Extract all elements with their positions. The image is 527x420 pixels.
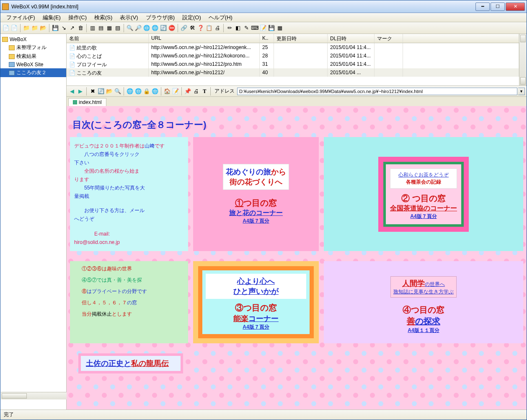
tb-layout2-icon[interactable]: ▤ xyxy=(97,24,105,32)
menu-action[interactable]: 操作(C) xyxy=(65,13,90,22)
grid-scrollbar[interactable] xyxy=(519,34,527,86)
titlebar: WeBoX v0.99M [index.html] ━ ☐ ✕ xyxy=(0,0,527,13)
tree-item-label: WeBoX Site xyxy=(16,62,43,67)
tb-folder-icon[interactable]: 📁 xyxy=(23,24,30,32)
nav-print-icon[interactable]: 🖨 xyxy=(192,88,200,95)
tb-layout1-icon[interactable]: ▥ xyxy=(89,24,96,32)
tree-search-results[interactable]: 検索結果 xyxy=(0,52,66,61)
window-3-panel: 心より心へ ひと声いかが ③つ目の窓 能楽コーナー A4版７頁分 xyxy=(193,261,319,343)
nav-globe3-icon[interactable]: 🌐 xyxy=(151,88,159,95)
tb-trash-icon[interactable]: 🗑 xyxy=(77,24,84,32)
col-download[interactable]: DL日時 xyxy=(328,34,375,43)
address-input[interactable] xyxy=(237,88,517,95)
menu-view[interactable]: 表示(V) xyxy=(116,13,141,22)
col-updated[interactable]: 更新日時 xyxy=(274,34,328,43)
tab-strip: index.html xyxy=(67,97,527,106)
window-title: WeBoX v0.99M [index.html] xyxy=(11,3,475,10)
tb-layout4-icon[interactable]: ▧ xyxy=(114,24,121,32)
tb-eraser-icon[interactable]: ◧ xyxy=(234,24,242,32)
tb-new-icon[interactable]: 📄 xyxy=(2,24,10,32)
tree-item-label: 検索結果 xyxy=(16,53,36,60)
status-text: 完了 xyxy=(4,411,14,418)
tb-zoom-icon[interactable]: 🔎 xyxy=(134,24,142,32)
tb-folder2-icon[interactable]: 📁 xyxy=(31,24,39,32)
menu-browser[interactable]: ブラウザ(B) xyxy=(142,13,178,22)
nav-text-icon[interactable]: 𝐓 xyxy=(201,88,208,95)
nav-globe2-icon[interactable]: 🌐 xyxy=(134,88,142,95)
humanity-link[interactable]: 致知誌に見事な生き方学ぶ xyxy=(393,289,454,295)
tea-link[interactable]: 心和らぐお茶をどうぞ xyxy=(398,172,449,178)
grid-row[interactable]: 📄 こころの友http://www5.ocn.ne.jp/~hiro1212/4… xyxy=(67,68,519,77)
nav-back-icon[interactable]: ◀ xyxy=(68,88,76,95)
nav-globe-icon[interactable]: 🌐 xyxy=(126,88,134,95)
grid-row[interactable]: 📄 絵里の歌http://www5.ocn.ne.jp/~hiro1212/er… xyxy=(67,43,519,52)
nav-stop-icon[interactable]: ✖ xyxy=(89,88,96,95)
menu-search[interactable]: 検索(S) xyxy=(91,13,116,22)
nav-home-icon[interactable]: 🏠 xyxy=(163,88,171,95)
nav-find-icon[interactable]: 🔍 xyxy=(114,88,121,95)
tb-stop-icon[interactable]: ⛔ xyxy=(168,24,176,32)
folder-icon xyxy=(9,62,15,67)
tb-pencil-icon[interactable]: ✏ xyxy=(226,24,233,32)
tb-tools-icon[interactable]: 🛠 xyxy=(189,24,196,32)
tb-sync-icon[interactable]: 🔄 xyxy=(160,24,167,32)
col-url[interactable]: URL xyxy=(149,34,260,43)
maximize-button[interactable]: ☐ xyxy=(491,3,505,11)
grid-header: 名前 URL K.. 更新日時 DL日時 マーク xyxy=(67,34,519,43)
folder-icon xyxy=(9,54,15,59)
address-label: アドレス xyxy=(214,88,235,95)
grid-row[interactable]: 📄 プロフイールhttp://www5.ocn.ne.jp/~hiro1212/… xyxy=(67,60,519,68)
tb-note-icon[interactable]: 📝 xyxy=(259,24,267,32)
tab-index[interactable]: index.html xyxy=(68,98,106,106)
tree-unsorted[interactable]: 未整理フォル xyxy=(0,43,66,52)
close-button[interactable]: ✕ xyxy=(506,3,525,11)
tb-mark-icon[interactable]: ✎ xyxy=(243,24,250,32)
nav-reload-icon[interactable]: 🔄 xyxy=(97,88,105,95)
tb-new2-icon[interactable]: 📄 xyxy=(10,24,18,32)
tree-root[interactable]: WeBoX xyxy=(0,36,66,43)
col-k[interactable]: K.. xyxy=(260,34,274,43)
tb-props-icon[interactable]: 📋 xyxy=(205,24,213,32)
minimize-button[interactable]: ━ xyxy=(475,3,490,11)
tb-kbd-icon[interactable]: ⌨ xyxy=(251,24,258,32)
window-1-panel: 花めぐりの旅から 街の花づくりへ ①つ目の窓 旅と花のコーナー A4版７頁分 xyxy=(193,137,319,251)
tree-webox-site[interactable]: WeBoX Site xyxy=(0,61,66,68)
tree-kokoro[interactable]: こころの友２ xyxy=(0,68,66,77)
tb-import-icon[interactable]: ↘ xyxy=(60,24,67,32)
nav-pin-icon[interactable]: 📌 xyxy=(184,88,191,95)
page-heading: 目次(こころの窓−全８コーナー) xyxy=(70,115,523,137)
tb-find-icon[interactable]: 🔍 xyxy=(126,24,134,32)
intro-panel: デビュウは２００１年制作者は山﨑です 八つの窓番号をクリック 下さい 全国の名所… xyxy=(70,137,188,251)
tb-disk-icon[interactable]: 💾 xyxy=(268,24,275,32)
browser-viewport[interactable]: 目次(こころの窓−全８コーナー) デビュウは２００１年制作者は山﨑です 八つの窓… xyxy=(67,106,527,410)
tree-root-label: WeBoX xyxy=(10,36,26,42)
sidebar-scrollbar[interactable] xyxy=(1,392,67,399)
menu-edit[interactable]: 編集(E) xyxy=(39,13,64,22)
nav-note-icon[interactable]: 📝 xyxy=(172,88,179,95)
menu-settings[interactable]: 設定(O) xyxy=(179,13,204,22)
nav-lock-icon[interactable]: 🔒 xyxy=(143,88,150,95)
tb-folder3-icon[interactable]: 📂 xyxy=(39,24,47,32)
menu-file[interactable]: ファイル(F) xyxy=(3,13,39,22)
grid-row[interactable]: 📄 心のことばhttp://www5.ocn.ne.jp/~hiro1212/k… xyxy=(67,52,519,60)
tb-globe2-icon[interactable]: 🌐 xyxy=(151,24,159,32)
tb-print-icon[interactable]: 🖨 xyxy=(214,24,221,32)
tb-link-icon[interactable]: 🔗 xyxy=(180,24,188,32)
tb-help-icon[interactable]: ❓ xyxy=(197,24,204,32)
window-4-panel: 人間学の世界へ 致知誌に見事な生き方学ぶ ④つ目の窓 善の探求 A4版１１頁分 xyxy=(324,261,523,343)
address-dropdown-icon[interactable]: ▼ xyxy=(518,88,525,95)
col-mark[interactable]: マーク xyxy=(375,34,403,43)
tb-save-icon[interactable]: 💾 xyxy=(52,24,59,32)
tb-layout3-icon[interactable]: ▦ xyxy=(106,24,113,32)
tab-label: index.html xyxy=(79,99,102,105)
page-icon xyxy=(73,100,77,104)
sidebar-tree: WeBoX 未整理フォル 検索結果 WeBoX Site こころの友２ xyxy=(0,34,67,410)
menu-help[interactable]: ヘルプ(H) xyxy=(205,13,236,22)
tb-calendar-icon[interactable]: ▦ xyxy=(276,24,284,32)
col-name[interactable]: 名前 xyxy=(67,34,149,43)
app-icon xyxy=(2,3,9,10)
tb-export-icon[interactable]: ↗ xyxy=(68,24,76,32)
nav-home-fld-icon[interactable]: 📂 xyxy=(106,88,113,95)
nav-fwd-icon[interactable]: ▶ xyxy=(77,88,84,95)
tb-globe-icon[interactable]: 🌐 xyxy=(143,24,150,32)
